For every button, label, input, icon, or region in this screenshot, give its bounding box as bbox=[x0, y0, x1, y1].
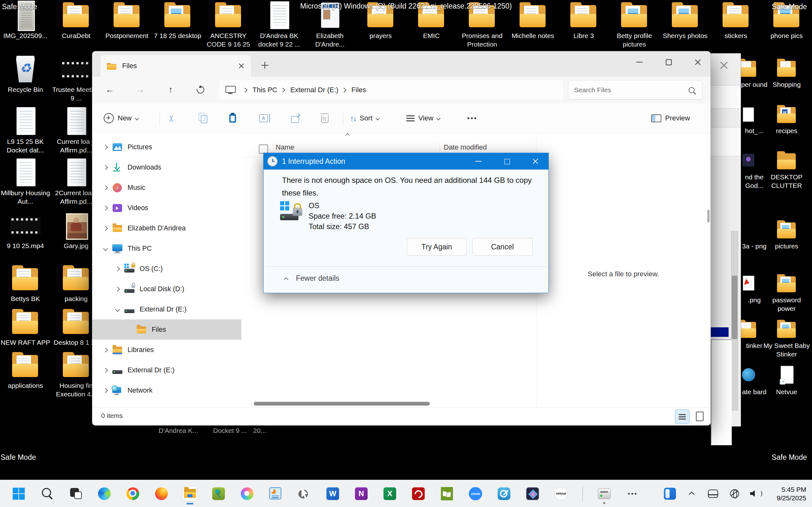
details-view-toggle[interactable] bbox=[675, 409, 690, 424]
maximize-button[interactable] bbox=[502, 156, 512, 167]
refresh-button[interactable] bbox=[193, 82, 208, 97]
desktop-icon-pictures[interactable]: pictures bbox=[762, 218, 811, 250]
scrollbar-thumb[interactable] bbox=[254, 402, 430, 406]
taskbar-button-start[interactable] bbox=[11, 487, 26, 501]
desktop-icon-netvue[interactable]: Netvue bbox=[762, 364, 811, 396]
sidebar-item-network[interactable]: Network bbox=[92, 380, 241, 400]
preview-toggle-button[interactable]: Preview bbox=[651, 103, 690, 133]
cancel-button[interactable]: Cancel bbox=[472, 238, 532, 256]
tab-files[interactable]: Files bbox=[101, 55, 251, 77]
copy-button[interactable] bbox=[198, 103, 207, 133]
expand-chevron-icon[interactable] bbox=[103, 226, 108, 231]
expand-chevron-icon[interactable] bbox=[103, 205, 108, 210]
desktop-icon-postponement[interactable]: Postponement bbox=[101, 3, 152, 49]
more-options-button[interactable]: ••• bbox=[467, 103, 478, 133]
delete-button[interactable] bbox=[321, 103, 328, 133]
taskbar-button-word[interactable]: W bbox=[325, 487, 340, 501]
maximize-button[interactable] bbox=[662, 56, 675, 68]
desktop-icon-7-18-25-desktop[interactable]: 7 18 25 desktop bbox=[152, 3, 203, 49]
dialog-title-bar[interactable]: 1 Interrupted Action bbox=[264, 153, 548, 170]
desktop-icon-recipes[interactable]: recipes bbox=[762, 103, 811, 135]
desktop-icon-recycle-bin[interactable]: Recycle Bin bbox=[0, 55, 51, 94]
column-header-name[interactable]: Name bbox=[275, 143, 294, 152]
sidebar-item-videos[interactable]: Videos bbox=[92, 198, 241, 218]
close-button[interactable] bbox=[530, 156, 541, 167]
taskbar-button-netvue[interactable]: netvue bbox=[554, 487, 568, 501]
sidebar-item-files[interactable]: Files bbox=[92, 320, 241, 340]
scrollbar-thumb[interactable] bbox=[732, 276, 738, 339]
breadcrumb-item-this-pc[interactable]: This PC bbox=[243, 86, 277, 94]
sidebar-item-pictures[interactable]: Pictures bbox=[92, 137, 241, 157]
expand-chevron-icon[interactable] bbox=[103, 246, 108, 251]
breadcrumb-item-external-dr-e[interactable]: External Dr (E:) bbox=[281, 86, 339, 94]
minimize-button[interactable] bbox=[473, 156, 484, 167]
desktop-icon-ancestry-code-9-16-25[interactable]: ANCESTRY CODE 9 16 25 bbox=[203, 3, 254, 49]
sidebar-item-downloads[interactable]: Downloads bbox=[92, 157, 241, 177]
taskbar-button-onenote[interactable]: N bbox=[354, 487, 368, 501]
sidebar-item-local-disk-d[interactable]: Local Disk (D:) bbox=[92, 279, 241, 299]
up-button[interactable]: ↑ bbox=[163, 82, 178, 97]
taskbar-button-zoom[interactable]: zoom bbox=[468, 487, 483, 501]
search-input[interactable]: Search Files bbox=[568, 80, 703, 100]
fewer-details-toggle[interactable]: Fewer details bbox=[285, 274, 339, 283]
taskbar-button-search[interactable] bbox=[40, 487, 55, 501]
background-window[interactable] bbox=[711, 53, 741, 427]
tray-app-icon[interactable] bbox=[664, 487, 676, 500]
desktop-icon-shopping[interactable]: Shopping bbox=[762, 56, 811, 89]
taskbar-button-more[interactable] bbox=[625, 487, 640, 501]
taskbar-button-explorer[interactable] bbox=[183, 487, 197, 501]
paste-button[interactable] bbox=[229, 103, 236, 133]
sort-button[interactable]: ↑↓ Sort bbox=[350, 103, 379, 133]
taskbar-button-excel[interactable]: X bbox=[383, 487, 397, 501]
try-again-button[interactable]: Try Again bbox=[407, 238, 467, 256]
desktop-icon-new-raft-app[interactable]: NEW RAFT APP bbox=[0, 307, 51, 347]
sidebar-item-os-c[interactable]: OS (C:) bbox=[92, 259, 241, 279]
desktop-icon-d-andrea-bk-docket-9-22[interactable]: D'Andrea BK docket 9 22 ... bbox=[254, 3, 305, 49]
taskbar-button-firefox[interactable] bbox=[154, 487, 169, 501]
desktop-icon-curadebt[interactable]: CuraDebt bbox=[51, 3, 101, 49]
expand-chevron-icon[interactable] bbox=[115, 307, 120, 312]
desktop-icon-desktop-clutter[interactable]: DESKTOP CLUTTER bbox=[762, 149, 811, 190]
desktop-icon-my-sweet-baby-stinker[interactable]: My Sweet Baby Stinker bbox=[762, 318, 811, 358]
taskbar-button-pin[interactable] bbox=[211, 487, 226, 501]
touchpad-icon[interactable] bbox=[707, 487, 719, 500]
scrollbar[interactable] bbox=[731, 231, 738, 410]
column-divider[interactable] bbox=[440, 142, 440, 154]
desktop-icon-michelle-notes[interactable]: Michelle notes bbox=[507, 3, 558, 49]
taskbar-button-easeus[interactable] bbox=[497, 487, 511, 501]
sidebar-item-elizabeth-d-andrea[interactable]: Elizabeth D'Andrea bbox=[92, 218, 241, 238]
desktop-icon-millbury-housing-aut[interactable]: Millbury Housing Aut... bbox=[0, 158, 51, 206]
tab-close-icon[interactable] bbox=[238, 63, 245, 69]
expand-chevron-icon[interactable] bbox=[103, 185, 108, 190]
taskbar-button-pointer[interactable] bbox=[297, 487, 311, 501]
desktop-icon-libre-3[interactable]: Libre 3 bbox=[558, 3, 609, 49]
column-header-date-modified[interactable]: Date modified bbox=[444, 143, 487, 152]
desktop-icon-password-power[interactable]: password power bbox=[762, 272, 811, 313]
taskbar-button-copilot[interactable] bbox=[240, 487, 254, 501]
breadcrumb[interactable]: This PC External Dr (E:) Files bbox=[219, 80, 563, 100]
taskbar-button-photos[interactable] bbox=[525, 487, 540, 501]
close-icon[interactable] bbox=[719, 60, 728, 70]
sidebar-item-external-dr-e[interactable]: External Dr (E:) bbox=[92, 299, 241, 320]
expand-chevron-icon[interactable] bbox=[103, 388, 108, 393]
desktop-icon-betty-profile-pictures[interactable]: Betty profile pictures bbox=[609, 3, 660, 49]
sidebar-item-external-dr-e[interactable]: External Dr (E:) bbox=[92, 360, 241, 380]
desktop-icon-applications[interactable]: applications bbox=[0, 350, 51, 390]
horizontal-scrollbar[interactable] bbox=[241, 401, 536, 406]
expand-chevron-icon[interactable] bbox=[103, 145, 108, 150]
taskbar-button-bible[interactable] bbox=[440, 487, 454, 501]
forward-button[interactable]: → bbox=[133, 82, 148, 97]
taskbar-button-acrobat[interactable] bbox=[411, 487, 426, 501]
large-icons-view-toggle[interactable] bbox=[693, 409, 707, 424]
volume-icon[interactable] bbox=[750, 487, 763, 500]
hidden-icons-chevron[interactable] bbox=[685, 487, 698, 500]
network-offline-icon[interactable] bbox=[728, 487, 741, 500]
select-all-checkbox[interactable] bbox=[259, 145, 268, 154]
share-button[interactable] bbox=[291, 103, 299, 133]
desktop-icon-9-10-25-mp4[interactable]: 9 10 25.mp4 bbox=[0, 211, 51, 250]
desktop-icon-l9-15-25-bk-docket-dat[interactable]: L9 15 25 BK Docket dat... bbox=[0, 107, 51, 154]
minimize-button[interactable] bbox=[633, 56, 646, 68]
breadcrumb-item-files[interactable]: Files bbox=[342, 86, 366, 94]
search-icon[interactable] bbox=[689, 87, 695, 93]
sidebar-item-this-pc[interactable]: This PC bbox=[92, 238, 241, 259]
